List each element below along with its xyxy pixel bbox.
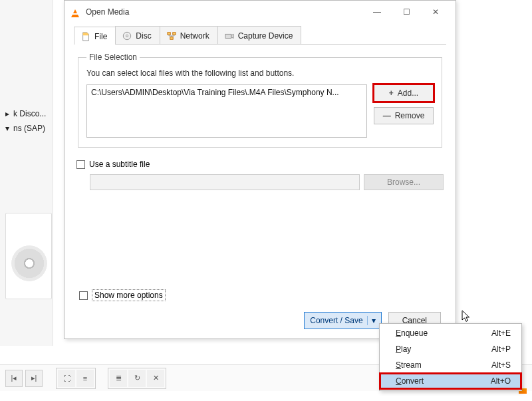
tab-disc[interactable]: Disc <box>115 26 160 44</box>
tab-network[interactable]: Network <box>160 26 218 44</box>
show-more-row[interactable]: Show more options <box>79 289 166 301</box>
minus-icon: — <box>383 111 391 120</box>
plus-icon: + <box>389 88 394 98</box>
menu-item-convert[interactable]: Convert Alt+O <box>380 373 521 389</box>
menu-item-enqueue[interactable]: Enqueue Alt+E <box>380 325 521 341</box>
next-button[interactable]: ▸| <box>25 370 43 387</box>
tab-file[interactable]: File <box>74 27 116 45</box>
file-selection-hint: You can select local files with the foll… <box>86 68 434 78</box>
shuffle-button[interactable]: ✕ <box>147 370 164 387</box>
convert-save-dropdown-arrow[interactable]: ▾ <box>367 316 376 325</box>
menu-item-play[interactable]: Play Alt+P <box>380 341 521 357</box>
vlc-icon <box>70 7 80 17</box>
prev-button[interactable]: |◂ <box>5 370 23 387</box>
subtitle-label: Use a subtitle file <box>89 160 150 169</box>
svg-rect-2 <box>168 32 170 35</box>
file-list[interactable]: C:\Users\ADMIN\Desktop\Via Training File… <box>86 84 367 138</box>
file-selection-group: File Selection You can select local file… <box>78 53 442 148</box>
menu-item-stream[interactable]: Stream Alt+S <box>380 357 521 373</box>
sidebar-item-disco[interactable]: ▸k Disco... <box>0 106 53 121</box>
add-button[interactable]: + Add... <box>374 84 434 102</box>
file-icon <box>81 32 90 41</box>
network-icon <box>167 31 176 41</box>
settings-button[interactable]: ≡ <box>76 370 94 387</box>
show-more-label: Show more options <box>92 289 166 301</box>
sidebar-item-sap[interactable]: ▾ns (SAP) <box>0 121 53 136</box>
subtitle-path-input <box>90 174 360 190</box>
maximize-button[interactable]: ☐ <box>392 2 421 22</box>
subtitle-checkbox[interactable] <box>76 160 85 169</box>
loop-button[interactable]: ↻ <box>128 370 146 387</box>
svg-rect-4 <box>170 37 173 39</box>
file-list-item[interactable]: C:\Users\ADMIN\Desktop\Via Training File… <box>91 88 362 97</box>
open-media-dialog: Open Media — ☐ ✕ File Disc Network Captu… <box>64 0 456 339</box>
convert-save-button[interactable]: Convert / Save ▾ <box>304 312 381 329</box>
convert-save-dropdown-menu: Enqueue Alt+E Play Alt+P Stream Alt+S Co… <box>379 323 522 391</box>
file-selection-legend: File Selection <box>86 53 140 62</box>
close-button[interactable]: ✕ <box>421 2 450 22</box>
disc-icon <box>122 31 132 41</box>
album-art-placeholder <box>5 213 52 299</box>
minimize-button[interactable]: — <box>362 2 392 22</box>
svg-point-1 <box>126 35 128 37</box>
subtitle-row: Use a subtitle file <box>76 160 444 169</box>
fullscreen-button[interactable]: ⛶ <box>58 370 75 387</box>
tab-bar: File Disc Network Capture Device <box>74 26 446 45</box>
window-title: Open Media <box>86 7 362 17</box>
svg-rect-3 <box>172 32 175 35</box>
show-more-checkbox[interactable] <box>79 291 88 300</box>
playlist-button[interactable]: ≣ <box>110 370 127 387</box>
tab-capture[interactable]: Capture Device <box>217 26 302 44</box>
browse-button: Browse... <box>364 174 444 190</box>
remove-button[interactable]: — Remove <box>374 107 434 124</box>
svg-rect-5 <box>225 34 231 38</box>
capture-icon <box>225 31 234 41</box>
titlebar: Open Media — ☐ ✕ <box>65 1 456 23</box>
mouse-cursor-icon <box>462 310 472 325</box>
